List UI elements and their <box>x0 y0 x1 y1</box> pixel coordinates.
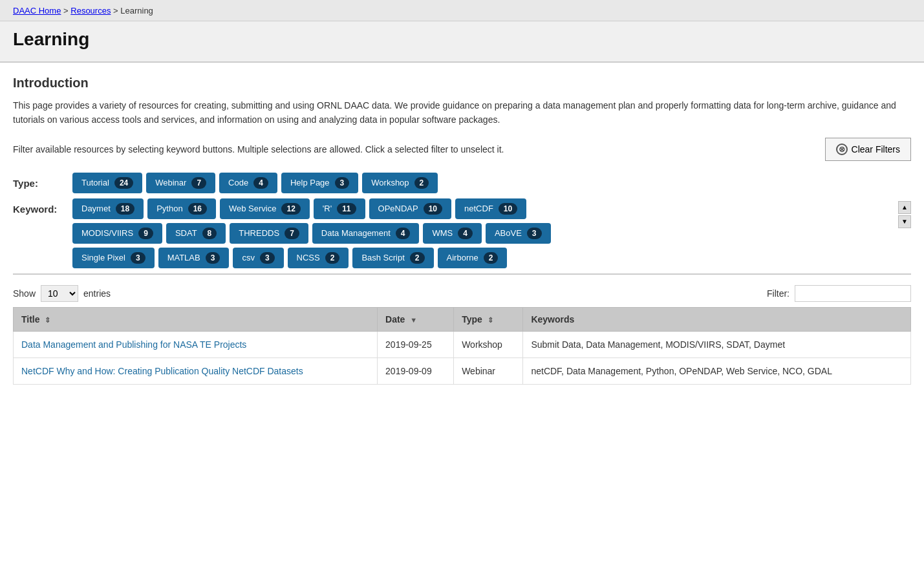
keyword-filter-btn-web-service[interactable]: Web Service 12 <box>220 198 310 219</box>
filter-info-text: Filter available resources by selecting … <box>13 144 825 155</box>
table-header: Title ⇕Date ▼Type ⇕Keywords <box>14 307 911 331</box>
table-cell-keywords: netCDF, Data Management, Python, OPeNDAP… <box>523 357 911 384</box>
table-cell-date: 2019-09-09 <box>378 357 454 384</box>
table-col-type[interactable]: Type ⇕ <box>454 307 523 331</box>
breadcrumb-resources[interactable]: Resources <box>70 6 111 16</box>
page-title: Learning <box>13 29 911 50</box>
resources-table: Title ⇕Date ▼Type ⇕Keywords Data Managem… <box>13 307 911 385</box>
page-header: Learning <box>0 21 924 63</box>
entries-label: entries <box>83 288 111 299</box>
keyword-filter-btn-ncss[interactable]: NCSS 2 <box>288 248 349 268</box>
table-row-title-link[interactable]: Data Management and Publishing for NASA … <box>21 339 246 350</box>
sort-icon: ⇕ <box>45 316 50 325</box>
type-label: Type: <box>13 173 65 189</box>
keyword-filter-btn-python[interactable]: Python 16 <box>147 198 216 219</box>
type-filter-btn-code[interactable]: Code 4 <box>219 173 277 193</box>
filter-info-row: Filter available resources by selecting … <box>13 138 911 161</box>
keyword-filter-btn-opendap[interactable]: OPeNDAP 10 <box>369 198 452 219</box>
clear-filters-icon: ⊗ <box>836 144 848 155</box>
filter-input-row: Filter: <box>767 285 911 302</box>
type-filter-btn-workshop[interactable]: Workshop 2 <box>362 173 438 193</box>
intro-section: Introduction This page provides a variet… <box>13 76 911 161</box>
breadcrumb-home[interactable]: DAAC Home <box>13 6 61 16</box>
type-filter-btn-webinar[interactable]: Webinar 7 <box>146 173 215 193</box>
keyword-filter-btn-sdat[interactable]: SDAT 8 <box>166 223 226 244</box>
main-content: Introduction This page provides a variet… <box>0 63 924 398</box>
type-filter-row: Type: Tutorial 24Webinar 7Code 4Help Pag… <box>13 173 911 193</box>
table-col-keywords: Keywords <box>523 307 911 331</box>
keyword-filter-btn-wms[interactable]: WMS 4 <box>423 223 481 244</box>
type-filter-btn-tutorial[interactable]: Tutorial 24 <box>72 173 142 193</box>
clear-filters-button[interactable]: ⊗ Clear Filters <box>825 138 911 161</box>
table-cell-date: 2019-09-25 <box>378 331 454 357</box>
show-label: Show <box>13 288 36 299</box>
breadcrumb-sep1: > <box>63 6 70 16</box>
keyword-filter-btn-airborne[interactable]: Airborne 2 <box>438 248 508 268</box>
breadcrumb: DAAC Home > Resources > Learning <box>13 6 153 16</box>
keyword-filter-section: Keyword: Daymet 18Python 16Web Service 1… <box>13 198 911 268</box>
keyword-filter-btn-daymet[interactable]: Daymet 18 <box>72 198 144 219</box>
table-row: NetCDF Why and How: Creating Publication… <box>14 357 911 384</box>
keyword-filter-btn-single-pixel[interactable]: Single Pixel 3 <box>72 248 155 268</box>
table-col-title[interactable]: Title ⇕ <box>14 307 378 331</box>
show-entries-control: Show 102550100 entries <box>13 285 111 302</box>
breadcrumb-bar: DAAC Home > Resources > Learning <box>0 0 924 21</box>
keyword-row-2: MODIS/VIIRS 9SDAT 8THREDDS 7Data Managem… <box>72 223 890 244</box>
keyword-row-3: Single Pixel 3MATLAB 3csv 3NCSS 2Bash Sc… <box>72 248 890 268</box>
keyword-row-1: Daymet 18Python 16Web Service 12'R' 11OP… <box>72 198 890 219</box>
table-cell-type: Workshop <box>454 331 523 357</box>
table-row-title-link[interactable]: NetCDF Why and How: Creating Publication… <box>21 366 303 376</box>
keyword-label: Keyword: <box>13 198 65 215</box>
keyword-buttons-container: Daymet 18Python 16Web Service 12'R' 11OP… <box>72 198 890 268</box>
sort-icon: ▼ <box>410 316 417 324</box>
scroll-down-button[interactable]: ▼ <box>898 215 911 228</box>
intro-paragraph: This page provides a variety of resource… <box>13 98 911 127</box>
breadcrumb-current: Learning <box>120 6 153 16</box>
keyword-filter-btn-modis-viirs[interactable]: MODIS/VIIRS 9 <box>72 223 162 244</box>
keyword-filter-btn-data-management[interactable]: Data Management 4 <box>312 223 420 244</box>
filter-input[interactable] <box>795 285 911 302</box>
breadcrumb-sep2: > <box>113 6 120 16</box>
intro-heading: Introduction <box>13 76 911 91</box>
table-controls: Show 102550100 entries Filter: <box>13 285 911 302</box>
type-filter-buttons: Tutorial 24Webinar 7Code 4Help Page 3Wor… <box>72 173 911 193</box>
table-body: Data Management and Publishing for NASA … <box>14 331 911 384</box>
scroll-up-button[interactable]: ▲ <box>898 201 911 214</box>
table-row: Data Management and Publishing for NASA … <box>14 331 911 357</box>
keyword-filter-btn-thredds[interactable]: THREDDS 7 <box>230 223 308 244</box>
type-filter-btn-help-page[interactable]: Help Page 3 <box>281 173 358 193</box>
keyword-scroll-controls: ▲ ▼ <box>898 198 911 228</box>
keyword-filter-btn-csv[interactable]: csv 3 <box>233 248 283 268</box>
table-cell-keywords: Submit Data, Data Management, MODIS/VIIR… <box>523 331 911 357</box>
table-header-row: Title ⇕Date ▼Type ⇕Keywords <box>14 307 911 331</box>
keyword-filter-btn-matlab[interactable]: MATLAB 3 <box>158 248 230 268</box>
keyword-filter-btn-bash-script[interactable]: Bash Script 2 <box>352 248 433 268</box>
keyword-filter-btn-netcdf[interactable]: netCDF 10 <box>455 198 526 219</box>
show-entries-select[interactable]: 102550100 <box>41 285 78 302</box>
table-cell-title: NetCDF Why and How: Creating Publication… <box>14 357 378 384</box>
sort-icon: ⇕ <box>488 316 493 325</box>
table-col-date[interactable]: Date ▼ <box>378 307 454 331</box>
keyword-filter-btn-above[interactable]: ABoVE 3 <box>486 223 551 244</box>
table-cell-title: Data Management and Publishing for NASA … <box>14 331 378 357</box>
section-divider <box>13 273 911 275</box>
keyword-filter-btn--r-[interactable]: 'R' 11 <box>314 198 365 219</box>
table-cell-type: Webinar <box>454 357 523 384</box>
clear-filters-label: Clear Filters <box>852 144 900 155</box>
filter-label: Filter: <box>767 288 790 299</box>
